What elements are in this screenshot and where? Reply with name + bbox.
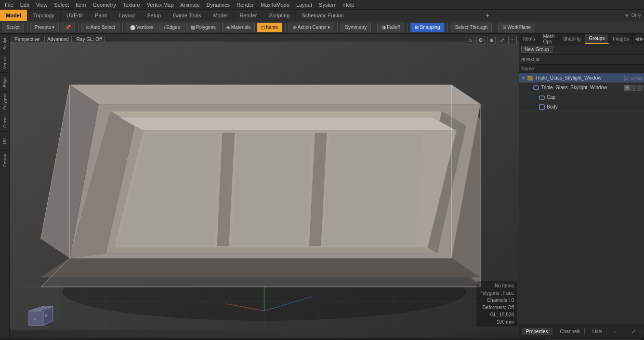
add-mode-tab-button[interactable]: +: [482, 10, 493, 21]
star-icon[interactable]: ★: [625, 13, 629, 18]
sidebar-tab-fusion[interactable]: Fusion: [0, 150, 10, 170]
panel-window-controls: ⤢ □: [631, 328, 641, 335]
lists-tab[interactable]: Lists: [589, 328, 607, 335]
auto-select-button[interactable]: ⊙ Auto Select: [81, 23, 119, 32]
viewport-raygl-button[interactable]: Ray GL: Off: [74, 36, 105, 43]
pin-presets-button[interactable]: 📌: [61, 23, 75, 32]
panel-expand-button[interactable]: ▶: [640, 36, 644, 42]
properties-tab[interactable]: Properties: [522, 328, 552, 335]
settings-icon-button[interactable]: ⚙: [536, 57, 540, 62]
workplane-button[interactable]: ⊡ WorkPlane: [498, 23, 535, 32]
snapping-button[interactable]: ⊞ Snapping: [410, 23, 444, 32]
only-button[interactable]: Only: [631, 13, 641, 18]
channels-tab[interactable]: Channels: [556, 328, 585, 335]
lock-check-1[interactable]: [637, 85, 643, 91]
menu-system[interactable]: System: [316, 1, 340, 9]
svg-rect-105: [539, 105, 544, 109]
mode-tab-schematic[interactable]: Schematic Fusion: [296, 10, 350, 21]
mode-tab-paint[interactable]: Paint: [89, 10, 113, 21]
mode-tab-render[interactable]: Render: [234, 10, 263, 21]
panel-tab-meshops[interactable]: Mesh Ops: [539, 34, 559, 44]
panel-restore-button[interactable]: ⤢: [631, 328, 636, 335]
action-center-button[interactable]: ⊕ Action Center ▾: [289, 23, 335, 32]
presets-button[interactable]: Presets ▾: [30, 23, 59, 32]
mode-tab-animate[interactable]: Model: [207, 10, 234, 21]
menu-vertexmap[interactable]: Vertex Map: [144, 1, 177, 9]
vis-check-1[interactable]: ✓: [624, 85, 630, 91]
cap-item-icon: [539, 94, 545, 101]
viewport-home-button[interactable]: ⌂: [466, 36, 474, 44]
viewport-expand-button[interactable]: ⤢: [498, 36, 506, 44]
falloff-button[interactable]: ◑ Falloff: [377, 23, 404, 32]
tree-child-item-3[interactable]: Body: [519, 102, 644, 112]
panel-collapse-button[interactable]: ◀: [635, 36, 639, 42]
mode-tab-topology[interactable]: Topology: [27, 10, 61, 21]
menu-texture[interactable]: Texture: [120, 1, 143, 9]
symmetry-button[interactable]: Symmetry: [341, 23, 371, 32]
viewport-more-button[interactable]: ⋯: [508, 36, 517, 44]
select-through-button[interactable]: Select Through: [451, 23, 492, 32]
edges-icon: /: [164, 25, 165, 30]
menu-geometry[interactable]: Geometry: [90, 1, 118, 9]
mode-tab-gametools[interactable]: Game Tools: [167, 10, 208, 21]
group-icon-button[interactable]: ⊞: [521, 57, 525, 62]
items-button[interactable]: ◻ Items: [257, 23, 282, 32]
panel-icon-row: ⊞ ⊟ ↺ ⚙: [519, 55, 644, 65]
panel-max-button[interactable]: □: [638, 328, 641, 335]
panel-tab-groups[interactable]: Groups: [585, 34, 609, 44]
render-check-1[interactable]: [631, 85, 636, 91]
add-panel-tab-button[interactable]: +: [610, 328, 619, 336]
sidebar-tab-vertex[interactable]: Vertex: [0, 53, 10, 72]
menu-item[interactable]: Item: [73, 1, 89, 9]
mode-tab-model[interactable]: Model: [0, 10, 27, 21]
mode-tab-setup[interactable]: Setup: [141, 10, 167, 21]
filter-button[interactable]: ⊟: [526, 57, 530, 62]
sidebar-tab-sculpt[interactable]: Sculpt: [0, 34, 10, 53]
menu-maxtomodo[interactable]: MaxToModo: [258, 1, 292, 9]
menu-file[interactable]: File: [2, 1, 16, 9]
menu-select[interactable]: Select: [51, 1, 72, 9]
menu-render[interactable]: Render: [234, 1, 257, 9]
viewport-advanced-button[interactable]: Advanced: [44, 36, 71, 43]
viewport[interactable]: Y X Perspective Advanced Ray GL: Off ⌂ ⚙…: [10, 34, 519, 338]
snapping-label: Snapping: [420, 25, 440, 30]
tree-root-item[interactable]: ▼ Triple_Glass_Skylight_Window [2] Group: [519, 73, 644, 83]
menu-animate[interactable]: Animate: [177, 1, 202, 9]
viewport-zoom-button[interactable]: ⊕: [487, 36, 496, 44]
sidebar-tab-uv[interactable]: UV: [0, 131, 10, 150]
mode-tab-uvedit[interactable]: UVEdit: [61, 10, 89, 21]
vertices-button[interactable]: ⬤ Vertices: [126, 23, 158, 32]
mode-tab-scripting[interactable]: Scripting: [263, 10, 296, 21]
menu-dynamics[interactable]: Dynamics: [204, 1, 233, 9]
panel-tab-items[interactable]: Items: [519, 34, 539, 44]
edges-button[interactable]: / Edges: [159, 23, 184, 32]
tree-expand-arrow[interactable]: ▼: [521, 76, 527, 81]
panel-tab-shading[interactable]: Shading: [559, 34, 585, 44]
polygons-button[interactable]: ▦ Polygons: [186, 23, 220, 32]
svg-text:X: X: [45, 314, 47, 317]
menu-view[interactable]: View: [33, 1, 51, 9]
tree-child-item-2[interactable]: Cap: [519, 93, 644, 102]
sidebar-tab-edge[interactable]: Edge: [0, 72, 10, 92]
tree-child-item-1[interactable]: Triple_Glass_Skylight_Window ✓: [519, 83, 644, 93]
presets-label: Presets: [35, 25, 51, 30]
refresh-button[interactable]: ↺: [531, 57, 535, 62]
panel-tab-images[interactable]: Images: [609, 34, 633, 44]
materials-button[interactable]: ◈ Materials: [222, 23, 255, 32]
mode-tab-layout[interactable]: Layout: [113, 10, 141, 21]
menu-edit[interactable]: Edit: [17, 1, 32, 9]
left-sidebar: Sculpt Vertex Edge Polygon Curve UV Fusi…: [0, 34, 10, 338]
viewport-settings-button[interactable]: ⚙: [476, 36, 485, 44]
sculpt-button[interactable]: Sculpt: [2, 23, 24, 32]
svg-text:Y: Y: [34, 318, 36, 321]
unit-display: 100 mm: [479, 318, 514, 326]
viewport-perspective-button[interactable]: Perspective: [12, 36, 42, 43]
bottom-panel: Properties Channels Lists + ⤢ □: [519, 325, 644, 338]
autoselect-icon: ⊙: [86, 25, 90, 30]
body-item-icon: [539, 104, 545, 110]
menu-help[interactable]: Help: [341, 1, 357, 9]
new-group-button[interactable]: New Group: [521, 46, 552, 53]
sidebar-tab-polygon[interactable]: Polygon: [0, 92, 10, 112]
sidebar-tab-curve[interactable]: Curve: [0, 112, 10, 131]
menu-layout[interactable]: Layout: [293, 1, 315, 9]
